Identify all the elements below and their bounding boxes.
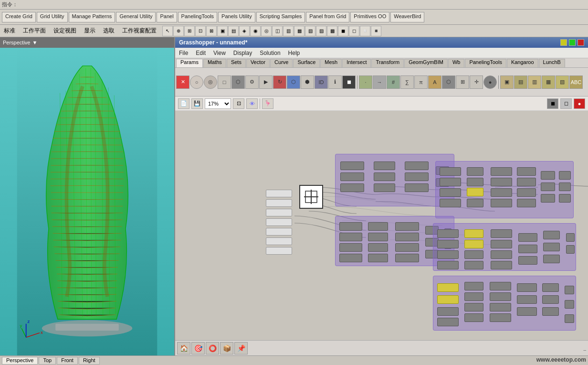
comp-blue-btn[interactable]: ⬡ <box>287 75 300 89</box>
node-g4-11[interactable] <box>518 233 537 242</box>
param-node-6[interactable] <box>266 237 292 245</box>
ribbon-btn-grid-utility[interactable]: Grid Utility <box>37 12 68 22</box>
tool-icon-5[interactable]: ⊠ <box>206 26 217 36</box>
comp-num-btn[interactable]: # <box>387 75 400 89</box>
tool-icon-1[interactable]: ↖ <box>162 26 173 36</box>
tool-icon-10[interactable]: ◎ <box>261 26 272 36</box>
ribbon-btn-general-utility[interactable]: General Utility <box>116 12 156 22</box>
flamingo-btn[interactable]: 🦩 <box>262 98 273 109</box>
viewport-dropdown-icon[interactable]: ▼ <box>32 40 37 45</box>
comp-pts-btn[interactable]: · <box>359 75 372 89</box>
gh-tab-mesh[interactable]: Mesh <box>320 59 342 67</box>
gh-tab-transform[interactable]: Transform <box>371 59 404 67</box>
node-g1-4[interactable] <box>374 161 395 170</box>
gh-group-5[interactable] <box>433 276 576 331</box>
node-g5-6[interactable] <box>464 313 483 322</box>
comp-dark2-btn[interactable]: ◼ <box>342 75 356 89</box>
save-btn[interactable]: 💾 <box>191 98 203 109</box>
view-tab-top[interactable]: Top <box>39 357 56 365</box>
node-g3-8[interactable] <box>368 254 388 262</box>
gh-tab-maths[interactable]: Maths <box>203 59 226 67</box>
comp-pi-btn[interactable]: π <box>414 75 428 89</box>
rhino-menu-工作平面[interactable]: 工作平面 <box>21 26 48 36</box>
comp-x-btn[interactable]: ✕ <box>176 75 189 89</box>
rhino-menu-显示[interactable]: 显示 <box>82 26 97 36</box>
node-g3-2[interactable] <box>339 233 362 241</box>
rhino-menu-选取[interactable]: 选取 <box>101 26 116 36</box>
node-g2-3[interactable] <box>440 188 461 197</box>
node-g3-9[interactable] <box>395 222 419 231</box>
node-g2-18[interactable] <box>541 194 555 203</box>
tool-icon-7[interactable]: ▤ <box>228 26 239 36</box>
gh-tab-params[interactable]: Params <box>176 59 203 67</box>
gh-group-4[interactable] <box>433 223 576 271</box>
param-node-2[interactable] <box>266 199 292 207</box>
tool-icon-20[interactable]: ◾ <box>371 26 381 36</box>
node-g5-yellow2[interactable] <box>437 295 459 304</box>
btn-light1[interactable]: ◻ <box>560 98 572 109</box>
comp-hex2-btn[interactable]: ⬡ <box>442 75 455 89</box>
node-g4-6[interactable] <box>464 261 483 269</box>
node-g3-1[interactable] <box>339 222 362 231</box>
tool-icon-12[interactable]: ▥ <box>283 26 294 36</box>
node-g1-6[interactable] <box>374 183 395 192</box>
ribbon-btn-scripting-samples[interactable]: Scripting Samples <box>256 12 305 22</box>
center-node[interactable] <box>299 185 323 209</box>
node-g4-16[interactable] <box>543 255 560 263</box>
node-g2-4[interactable] <box>440 199 461 207</box>
node-g5-12[interactable] <box>517 295 537 304</box>
comp-id-btn[interactable]: ID <box>315 75 328 89</box>
node-g4-17[interactable] <box>566 233 575 242</box>
node-g2-5[interactable] <box>467 167 483 176</box>
node-g2-11[interactable] <box>491 199 512 207</box>
node-g5-14[interactable] <box>542 283 559 292</box>
node-g3-5[interactable] <box>368 222 388 231</box>
gh-maximize-btn[interactable] <box>569 39 576 46</box>
rhino-menu-设定视图[interactable]: 设定视图 <box>52 26 78 36</box>
node-g2-19[interactable] <box>559 171 571 180</box>
node-g3-7[interactable] <box>368 243 388 252</box>
node-g4-14[interactable] <box>543 231 560 239</box>
node-g3-6[interactable] <box>368 233 388 241</box>
view-tab-perspective[interactable]: Perspective <box>2 357 38 365</box>
node-g4-8[interactable] <box>491 240 512 248</box>
new-doc-btn[interactable]: 📄 <box>178 98 189 109</box>
comp-arrow-btn[interactable]: ▶ <box>259 75 273 89</box>
gh-tab-surface[interactable]: Surface <box>293 59 320 67</box>
comp-hex-btn[interactable]: ⬢ <box>301 75 314 89</box>
node-g2-15[interactable] <box>517 199 536 207</box>
node-g4-5[interactable] <box>464 250 483 259</box>
view-tab-front[interactable]: Front <box>57 357 78 365</box>
tool-icon-15[interactable]: ▨ <box>316 26 326 36</box>
ribbon-btn-panel-from-grid[interactable]: Panel from Grid <box>306 12 349 22</box>
tool-icon-8[interactable]: ◈ <box>239 26 250 36</box>
param-node-4[interactable] <box>266 218 292 226</box>
node-g5-15[interactable] <box>542 295 559 304</box>
ribbon-btn-panelingtools[interactable]: PanelingTools <box>178 12 218 22</box>
comp-in1-btn[interactable]: ▣ <box>500 75 514 89</box>
node-g1-9[interactable] <box>405 183 429 192</box>
node-g3-11[interactable] <box>395 243 419 252</box>
gh-group-2[interactable] <box>435 161 574 218</box>
node-g2-12[interactable] <box>517 167 536 176</box>
btn-dark1[interactable]: ◼ <box>547 98 558 109</box>
comp-hash-btn[interactable]: ⊞ <box>456 75 469 89</box>
view-tab-right[interactable]: Right <box>79 357 100 365</box>
gh-menu-help[interactable]: Help <box>286 49 302 57</box>
param-node-1[interactable] <box>266 190 292 197</box>
gh-menu-edit[interactable]: Edit <box>194 49 208 57</box>
comp-info-btn[interactable]: ℹ <box>328 75 342 89</box>
node-g4-18[interactable] <box>566 245 575 254</box>
comp-in5-btn[interactable]: ▧ <box>556 75 569 89</box>
preview-btn[interactable]: 👁 <box>246 98 258 109</box>
viewport-canvas[interactable]: x y z <box>0 48 174 355</box>
comp-sq-btn[interactable]: □ <box>218 75 231 89</box>
node-g1-1[interactable] <box>340 161 364 170</box>
tool-icon-6[interactable]: ▣ <box>217 26 228 36</box>
node-g5-9[interactable] <box>490 303 511 311</box>
node-g2-yellow[interactable] <box>467 188 483 196</box>
node-g2-7[interactable] <box>467 199 483 207</box>
gh-menu-solution[interactable]: Solution <box>258 49 282 57</box>
tool-icon-17[interactable]: ◼ <box>338 26 348 36</box>
node-g4-4[interactable] <box>437 261 459 269</box>
